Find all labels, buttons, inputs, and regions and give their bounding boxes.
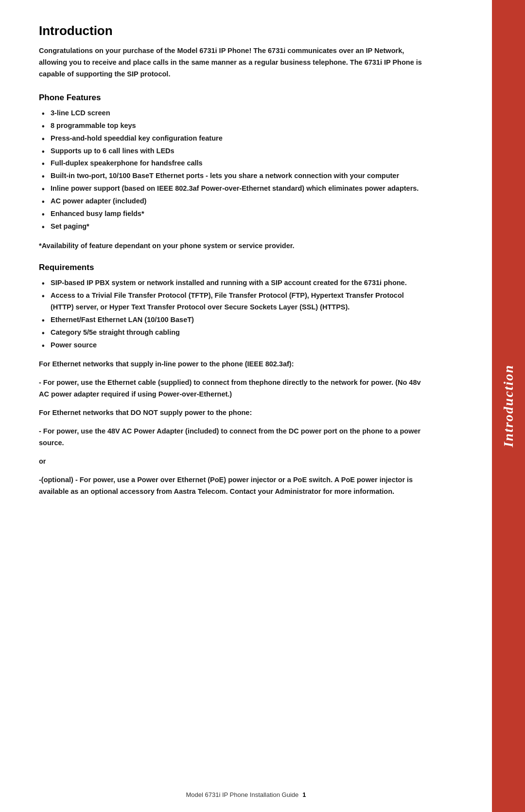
list-item: Power source xyxy=(39,340,428,351)
footer-page-number: 1 xyxy=(302,791,306,798)
list-item: SIP-based IP PBX system or network insta… xyxy=(39,277,428,289)
intro-paragraph: Congratulations on your purchase of the … xyxy=(39,45,428,80)
body-paragraphs: For Ethernet networks that supply in-lin… xyxy=(39,359,428,497)
main-content: Introduction Congratulations on your pur… xyxy=(0,0,467,812)
list-item: Inline power support (based on IEEE 802.… xyxy=(39,183,428,195)
list-item: Enhanced busy lamp fields* xyxy=(39,208,428,220)
side-tab: Introduction xyxy=(492,0,525,812)
list-item: Built-in two-port, 10/100 BaseT Ethernet… xyxy=(39,170,428,182)
side-tab-text: Introduction xyxy=(501,364,516,447)
footer-text: Model 6731i IP Phone Installation Guide xyxy=(186,791,299,798)
footer: Model 6731i IP Phone Installation Guide … xyxy=(0,791,492,798)
list-item: AC power adapter (included) xyxy=(39,196,428,207)
body-paragraph: - For power, use the Ethernet cable (sup… xyxy=(39,377,428,400)
list-item: Full-duplex speakerphone for handsfree c… xyxy=(39,158,428,169)
body-paragraph: For Ethernet networks that supply in-lin… xyxy=(39,359,428,370)
list-item: 8 programmable top keys xyxy=(39,120,428,132)
list-item: Set paging* xyxy=(39,221,428,233)
body-paragraph: -(optional) - For power, use a Power ove… xyxy=(39,474,428,498)
requirements-heading: Requirements xyxy=(39,263,428,272)
requirements-list: SIP-based IP PBX system or network insta… xyxy=(39,277,428,351)
page-container: Introduction Congratulations on your pur… xyxy=(0,0,525,812)
body-paragraph: For Ethernet networks that DO NOT supply… xyxy=(39,407,428,419)
page-title: Introduction xyxy=(39,23,428,38)
body-paragraph: - For power, use the 48V AC Power Adapte… xyxy=(39,426,428,449)
list-item: Press-and-hold speeddial key configurati… xyxy=(39,133,428,144)
phone-features-list: 3-line LCD screen8 programmable top keys… xyxy=(39,108,428,233)
list-item: Category 5/5e straight through cabling xyxy=(39,327,428,339)
body-paragraph: or xyxy=(39,456,428,468)
availability-note: *Availability of feature dependant on yo… xyxy=(39,240,428,252)
list-item: Ethernet/Fast Ethernet LAN (10/100 BaseT… xyxy=(39,314,428,326)
list-item: Supports up to 6 call lines with LEDs xyxy=(39,145,428,157)
list-item: 3-line LCD screen xyxy=(39,108,428,119)
phone-features-heading: Phone Features xyxy=(39,93,428,103)
list-item: Access to a Trivial File Transfer Protoc… xyxy=(39,290,428,313)
